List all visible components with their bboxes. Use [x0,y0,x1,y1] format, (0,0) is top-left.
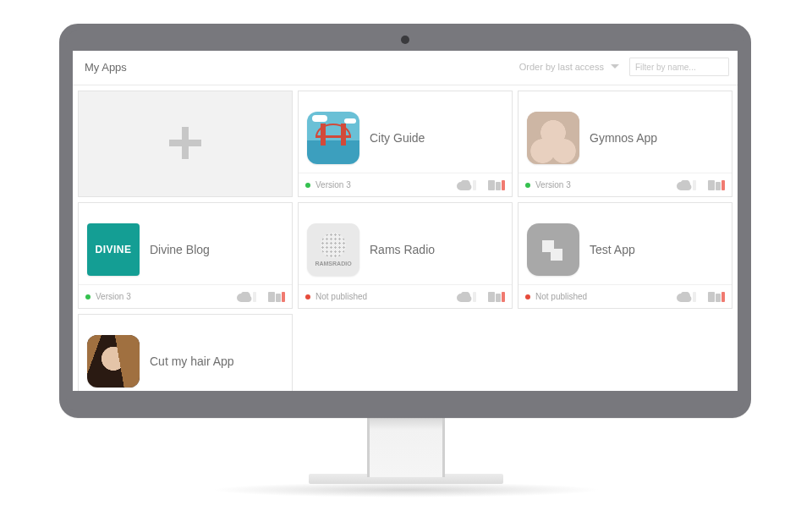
app-icon [527,112,579,164]
app-icon-label: DIVINE [95,244,131,256]
app-card-city-guide[interactable]: City Guide Version 3 [298,91,513,197]
device-indicator-icon [488,292,505,302]
app-icon-label: RAMSRADIO [315,261,351,266]
app-icon: RAMSRADIO [307,223,359,276]
status-text: Not published [315,292,367,301]
status-text: Version 3 [96,292,131,301]
plus-icon [169,127,201,162]
app-name-label: City Guide [370,131,425,145]
status-dot-icon [305,183,310,188]
app-card-divine-blog[interactable]: DIVINE Divine Blog Version 3 [78,202,293,309]
status-dot-icon [525,294,530,299]
status-text: Version 3 [315,180,351,190]
app-name-label: Rams Radio [370,243,435,256]
app-icon [87,335,140,387]
app-name-label: Gymnos App [590,131,657,145]
app-name-label: Cut my hair App [150,354,234,368]
app-card-footer: Not published [518,284,732,308]
new-app-card[interactable] [78,91,293,197]
filter-field[interactable] [629,58,729,76]
stand-shadow [211,482,601,497]
filter-input[interactable] [635,63,738,72]
app-card-test-app[interactable]: Test App Not published [518,202,732,309]
app-card-footer: Version 3 [299,173,512,196]
status-dot-icon [525,183,530,188]
app-name-label: Divine Blog [150,243,210,256]
device-indicator-icon [488,180,505,190]
app-icon [307,112,359,164]
device-indicator-icon [708,180,725,190]
app-card-rams-radio[interactable]: RAMSRADIO Rams Radio Not published [298,202,513,309]
app-card-footer: Version 3 [518,173,732,196]
cloud-indicator-icon [237,292,256,302]
status-text: Version 3 [535,180,571,190]
app-icon: DIVINE [87,223,140,276]
order-by-select[interactable]: Order by last access [519,62,619,72]
app-card-footer: Version 3 [79,284,292,308]
monitor-bezel: My Apps Order by last access [59,24,751,418]
app-screen: My Apps Order by last access [73,51,738,391]
app-name-label: Test App [590,243,635,256]
cloud-indicator-icon [677,180,696,190]
app-card-gymnos[interactable]: Gymnos App Version 3 [518,91,732,197]
chevron-down-icon [611,64,619,69]
status-dot-icon [85,294,91,299]
apps-grid: City Guide Version 3 [73,85,738,391]
app-icon [527,223,579,276]
page-title: My Apps [85,61,127,74]
status-dot-icon [305,294,310,299]
monitor-stand-neck [367,418,445,477]
device-indicator-icon [268,292,285,302]
order-by-label: Order by last access [519,62,604,72]
header-bar: My Apps Order by last access [73,51,738,85]
device-indicator-icon [708,292,725,302]
app-card-cut-my-hair[interactable]: Cut my hair App Not published [78,314,293,391]
cloud-indicator-icon [677,292,696,302]
app-card-footer: Not published [299,284,512,308]
cloud-indicator-icon [457,292,476,302]
camera-dot [401,36,409,44]
status-text: Not published [535,292,587,301]
cloud-indicator-icon [457,180,476,190]
